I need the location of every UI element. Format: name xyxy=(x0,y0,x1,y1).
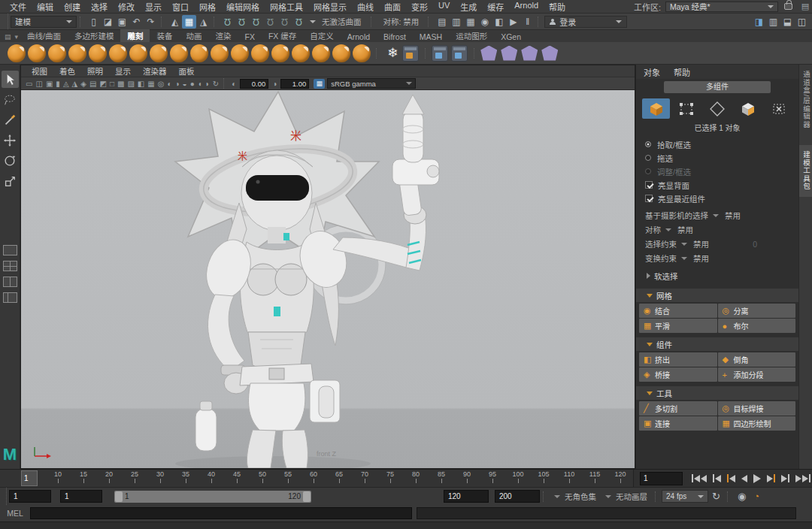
sculpt-tool-icon[interactable] xyxy=(231,44,249,62)
mel-command-input[interactable] xyxy=(30,507,412,519)
play-forward-button[interactable] xyxy=(752,473,762,485)
menu-item[interactable]: 编辑 xyxy=(32,1,59,13)
shelf-extra-tool-icon[interactable] xyxy=(521,46,538,61)
current-frame-marker[interactable]: 1 xyxy=(21,470,38,486)
rangebar-grip[interactable] xyxy=(2,488,7,505)
render-icon[interactable]: ▤ xyxy=(435,15,449,29)
toggle-attribute-editor-icon[interactable]: ◨ xyxy=(752,15,766,29)
anim-layer-dropdown[interactable]: 无动画层 xyxy=(601,491,652,502)
menu-item[interactable]: 曲线 xyxy=(352,1,379,13)
sculpt-tool-icon[interactable] xyxy=(8,44,26,62)
shelf-options-icon[interactable]: ▾ xyxy=(15,33,19,41)
viewport-tool-icon[interactable]: ▦ xyxy=(147,80,154,88)
component-action-button[interactable]: ◧ 挤出 xyxy=(639,352,717,367)
lock-icon[interactable] xyxy=(784,3,792,10)
sculpt-tool-icon[interactable] xyxy=(68,44,86,62)
login-dropdown[interactable]: 登录 xyxy=(544,16,627,28)
exposure-icon[interactable]: ◐ xyxy=(232,80,236,88)
viewport-menu-item[interactable]: 视图 xyxy=(26,65,53,77)
menu-item[interactable]: 曲面 xyxy=(379,1,406,13)
mesh-action-button[interactable]: ◎ 分离 xyxy=(718,304,796,318)
fps-dropdown[interactable]: 24 fps xyxy=(662,490,708,503)
menu-item[interactable]: 网格工具 xyxy=(265,1,308,13)
viewport-tool-icon[interactable]: ↻ xyxy=(213,80,219,88)
viewport-tool-icon[interactable]: ▣ xyxy=(46,80,53,88)
viewport-tool-icon[interactable]: ◎ xyxy=(158,80,165,88)
sculpt-tool-icon[interactable] xyxy=(251,44,269,62)
snap-grid-icon[interactable]: Ω xyxy=(220,15,235,29)
layout-single-pane-button[interactable] xyxy=(3,245,17,255)
snap-surface-icon[interactable]: Ω xyxy=(292,15,306,29)
next-key-button[interactable] xyxy=(765,473,777,484)
face-mode-button[interactable] xyxy=(734,98,762,119)
step-forward-button[interactable] xyxy=(780,473,791,484)
select-component-icon[interactable]: ◮ xyxy=(196,15,211,29)
dropdown-row[interactable]: 变换约束 禁用 xyxy=(636,251,798,265)
workspace-select[interactable]: Maya 经典* xyxy=(665,2,778,12)
sculpt-tool-icon[interactable] xyxy=(170,44,188,62)
new-scene-icon[interactable]: ▯ xyxy=(86,15,101,29)
paint-select-tool-icon[interactable] xyxy=(2,111,19,128)
loop-playback-icon[interactable]: ↻ xyxy=(712,491,720,502)
mel-output-field[interactable] xyxy=(417,507,796,519)
viewport-tool-icon[interactable]: □ xyxy=(110,80,114,88)
edge-mode-button[interactable] xyxy=(704,98,732,119)
toggle-tool-settings-icon[interactable]: ▥ xyxy=(766,15,780,29)
section-header-mesh[interactable]: 网格 xyxy=(636,289,798,302)
sculpt-tool-icon[interactable] xyxy=(271,44,289,62)
checkbox-option[interactable]: 亮显最近组件 xyxy=(645,192,798,205)
menu-item[interactable]: 窗口 xyxy=(167,1,194,13)
radio-option[interactable]: 拖选 xyxy=(645,151,798,165)
shelf-tab[interactable]: 运动图形 xyxy=(449,29,494,42)
shelf-extra-tool-icon[interactable] xyxy=(501,46,517,61)
shelf-tab[interactable]: 动画 xyxy=(179,29,208,42)
sculpt-tool-icon[interactable] xyxy=(332,44,350,62)
select-hierarchy-icon[interactable]: ◭ xyxy=(168,15,182,29)
viewport-tool-icon[interactable]: ◒ xyxy=(183,80,187,88)
animation-start-field[interactable]: 1 xyxy=(9,490,51,503)
shelf-tab[interactable]: 渲染 xyxy=(208,29,238,42)
menu-item[interactable]: 修改 xyxy=(113,1,140,13)
viewport-tool-icon[interactable]: ● xyxy=(190,80,195,88)
playback-start-field[interactable]: 1 xyxy=(60,490,102,503)
toggle-channel-box-icon[interactable]: ⬓ xyxy=(780,15,795,29)
mesh-action-button[interactable]: ◉ 结合 xyxy=(639,304,717,318)
viewport-tool-icon[interactable]: ◗ xyxy=(205,80,210,88)
mel-label[interactable]: MEL xyxy=(0,509,30,518)
sculpt-tool-icon[interactable] xyxy=(89,44,107,62)
shelf-tab[interactable]: 曲线/曲面 xyxy=(20,29,68,42)
statusline-grip[interactable] xyxy=(3,14,8,29)
shelf-extra-tool-icon[interactable] xyxy=(541,46,558,61)
auto-keyframe-icon[interactable]: ◉ xyxy=(738,491,746,502)
mesh-action-button[interactable]: ▦ 平滑 xyxy=(639,319,717,333)
symmetry-snowflake-icon[interactable]: ❄ xyxy=(387,45,398,61)
toolkit-menu-item[interactable]: 对象 xyxy=(644,66,660,78)
snap-point-icon[interactable]: Ω xyxy=(249,15,263,29)
viewport-tool-icon[interactable]: ◬ xyxy=(63,80,69,88)
sculpt-tool-icon[interactable] xyxy=(312,44,330,62)
shelf-tab[interactable]: 装备 xyxy=(150,29,179,42)
multi-component-button[interactable]: 多组件 xyxy=(664,81,771,93)
range-slider-track[interactable]: 1 120 xyxy=(114,491,311,503)
object-mode-button[interactable] xyxy=(642,98,670,119)
shelf-tab[interactable]: MASH xyxy=(413,32,449,42)
gamma-icon[interactable]: ◑ xyxy=(272,80,277,88)
menu-item[interactable]: 选择 xyxy=(86,1,113,13)
chevron-down-icon[interactable] xyxy=(310,20,316,23)
sculpt-tool-icon[interactable] xyxy=(150,44,168,62)
uv-editor-icon[interactable] xyxy=(432,45,448,62)
menu-item[interactable]: 网格显示 xyxy=(308,1,352,13)
viewport-menu-item[interactable]: 面板 xyxy=(173,65,201,77)
animation-preferences-icon[interactable]: ◔ xyxy=(753,491,759,502)
menu-set-select[interactable]: 建模 xyxy=(11,16,77,28)
undo-icon[interactable]: ↶ xyxy=(129,15,144,29)
sculpt-tool-icon[interactable] xyxy=(353,44,371,62)
timeline-ruler[interactable]: 5101520253035404550556065707580859095100… xyxy=(0,470,634,487)
viewport-tool-icon[interactable]: ▭ xyxy=(26,80,32,88)
menu-item[interactable]: 编辑网格 xyxy=(221,1,265,13)
character-controls-icon[interactable] xyxy=(451,45,468,62)
rotate-tool-icon[interactable] xyxy=(2,152,19,169)
exposure-field[interactable]: 0.00 xyxy=(240,79,268,89)
menu-item[interactable]: Arnold xyxy=(509,1,544,13)
range-handle-left[interactable] xyxy=(115,491,123,502)
